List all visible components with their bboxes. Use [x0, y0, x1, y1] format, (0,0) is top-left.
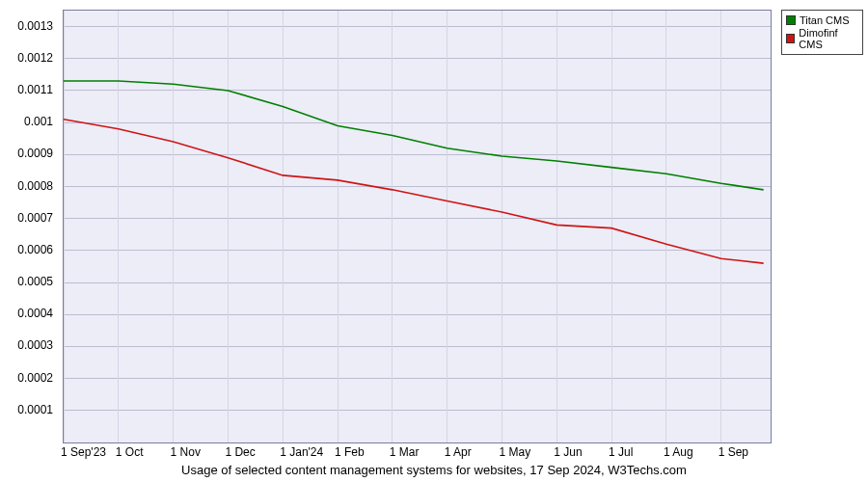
- x-tick-label: 1 Nov: [171, 445, 201, 459]
- x-tick-label: 1 Aug: [664, 445, 693, 459]
- y-tick-label: 0.0009: [17, 147, 53, 160]
- y-tick-label: 0.001: [24, 115, 53, 128]
- y-tick-label: 0.0008: [17, 179, 53, 193]
- x-tick-label: 1 Dec: [225, 445, 255, 459]
- x-tick-label: 1 May: [499, 445, 530, 459]
- x-tick-label: 1 Oct: [116, 445, 144, 459]
- y-tick-label: 0.0006: [17, 243, 53, 256]
- legend-item: Dimofinf CMS: [786, 27, 858, 50]
- plot-area: [63, 10, 772, 443]
- y-tick-label: 0.0013: [17, 19, 53, 33]
- y-tick-label: 0.0007: [17, 211, 53, 225]
- x-tick-label: 1 Apr: [445, 445, 472, 459]
- x-tick-label: 1 Jan'24: [280, 445, 323, 459]
- x-tick-label: 1 Mar: [390, 445, 420, 459]
- legend-label: Dimofinf CMS: [799, 27, 858, 50]
- y-tick-label: 0.0004: [17, 307, 53, 320]
- chart-svg: [64, 11, 771, 442]
- y-tick-label: 0.0003: [17, 338, 53, 352]
- legend-label: Titan CMS: [800, 14, 850, 26]
- y-tick-label: 0.0002: [17, 371, 53, 385]
- x-tick-label: 1 Sep'23: [61, 445, 106, 459]
- legend-swatch: [786, 15, 796, 25]
- legend-swatch: [786, 34, 795, 43]
- y-tick-label: 0.0005: [17, 275, 53, 288]
- legend: Titan CMSDimofinf CMS: [781, 10, 863, 55]
- x-tick-label: 1 Sep: [719, 445, 748, 459]
- x-axis: 1 Sep'231 Oct1 Nov1 Dec1 Jan'241 Feb1 Ma…: [63, 445, 772, 463]
- x-tick-label: 1 Jun: [554, 445, 582, 459]
- chart-caption: Usage of selected content management sys…: [0, 463, 868, 477]
- legend-item: Titan CMS: [786, 14, 858, 26]
- y-axis: 0.00010.00020.00030.00040.00050.00060.00…: [0, 10, 58, 443]
- y-tick-label: 0.0001: [17, 403, 53, 416]
- x-tick-label: 1 Feb: [335, 445, 365, 459]
- series-line: [64, 81, 764, 190]
- x-tick-label: 1 Jul: [609, 445, 633, 459]
- y-tick-label: 0.0012: [17, 51, 53, 65]
- y-tick-label: 0.0011: [17, 83, 53, 96]
